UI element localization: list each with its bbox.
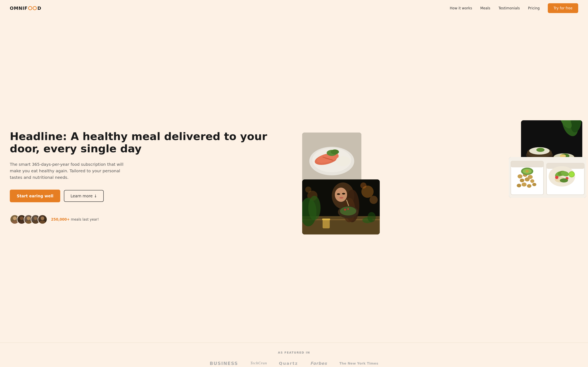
logo-text-after: D	[37, 6, 41, 11]
avatar-5	[38, 215, 47, 224]
svg-point-2	[20, 217, 24, 220]
svg-point-0	[13, 217, 17, 220]
svg-point-77	[337, 193, 340, 195]
image-collage	[302, 120, 586, 234]
svg-point-70	[308, 196, 320, 220]
logo-circle-left	[28, 6, 32, 10]
hero-images	[302, 120, 586, 234]
svg-point-40	[525, 177, 530, 182]
hero-content: Headline: A healthy meal delivered to yo…	[10, 131, 294, 224]
svg-point-86	[367, 212, 376, 222]
svg-point-56	[555, 176, 558, 179]
svg-point-76	[335, 188, 347, 202]
svg-point-9	[40, 220, 45, 224]
nav-item-how-it-works[interactable]: How it works	[450, 6, 472, 10]
svg-point-41	[530, 179, 534, 183]
nav-link-how-it-works[interactable]: How it works	[450, 6, 472, 10]
hero-section: Headline: A healthy meal delivered to yo…	[0, 16, 588, 342]
nav-link-testimonials[interactable]: Testimonials	[498, 6, 520, 10]
svg-point-44	[527, 184, 531, 188]
food-image-woman	[302, 179, 380, 234]
social-proof: 250,000+ meals last year!	[10, 215, 294, 224]
hero-description: The smart 365-days-per-year food subscri…	[10, 161, 124, 181]
svg-point-17	[536, 148, 545, 152]
svg-point-43	[522, 183, 527, 187]
food-image-salmon	[302, 133, 361, 182]
svg-point-84	[347, 208, 349, 210]
svg-point-4	[27, 217, 30, 220]
featured-logos: BUSINESS TechCrunch Quartz Forbes The Ne…	[10, 360, 578, 367]
learn-more-button[interactable]: Learn more ↓	[64, 190, 104, 202]
svg-point-66	[305, 187, 311, 193]
nav-cta-button[interactable]: Try for free	[548, 3, 578, 13]
svg-point-78	[342, 193, 345, 194]
logo-text-before: OMNIF	[10, 6, 27, 11]
nav-links: How it works Meals Testimonials Pricing …	[450, 6, 578, 10]
logo: OMNIF D	[10, 6, 42, 11]
svg-point-39	[520, 179, 524, 182]
svg-point-60	[569, 172, 574, 177]
svg-point-1	[12, 220, 17, 224]
featured-logo-3: Forbes	[310, 361, 327, 366]
start-eating-well-button[interactable]: Start earing well	[10, 190, 60, 202]
hero-buttons: Start earing well Learn more ↓	[10, 190, 294, 202]
svg-rect-72	[322, 218, 330, 220]
food-image-containers	[509, 157, 586, 198]
social-proof-suffix: meals last year!	[70, 217, 99, 221]
nav-item-pricing[interactable]: Pricing	[528, 6, 540, 10]
nav-link-pricing[interactable]: Pricing	[528, 6, 540, 10]
featured-logo-1: TechCrunch	[250, 360, 267, 367]
featured-label: AS FEATURED IN	[10, 351, 578, 354]
svg-point-3	[19, 220, 25, 224]
svg-point-5	[26, 220, 31, 224]
logo-icon	[28, 6, 37, 10]
svg-rect-71	[323, 219, 330, 228]
svg-point-63	[370, 196, 378, 204]
svg-point-42	[517, 184, 521, 187]
featured-logo-0: BUSINESS	[210, 361, 238, 366]
svg-point-64	[360, 183, 366, 189]
svg-point-32	[331, 150, 339, 154]
svg-point-6	[34, 217, 37, 220]
svg-point-48	[526, 170, 529, 173]
svg-point-83	[344, 209, 346, 211]
svg-point-8	[41, 217, 44, 220]
featured-section: AS FEATURED IN BUSINESS TechCrunch Quart…	[0, 342, 588, 367]
nav-item-testimonials[interactable]: Testimonials	[498, 6, 520, 10]
hero-title: Headline: A healthy meal delivered to yo…	[10, 131, 294, 155]
meal-count: 250,000+	[51, 217, 70, 221]
svg-point-79	[339, 197, 343, 199]
featured-logo-4: The New York Times	[339, 361, 378, 365]
navbar: OMNIF D How it works Meals Testimonials …	[0, 0, 588, 16]
svg-point-82	[340, 207, 356, 216]
logo-circle-right	[33, 6, 37, 10]
svg-point-30	[336, 156, 350, 166]
svg-point-36	[518, 174, 522, 178]
svg-text:TechCrunch: TechCrunch	[250, 361, 267, 365]
social-proof-text: 250,000+ meals last year!	[51, 217, 99, 221]
nav-link-meals[interactable]: Meals	[480, 6, 490, 10]
svg-rect-35	[511, 161, 544, 167]
avatars	[10, 215, 47, 224]
svg-point-45	[532, 183, 536, 186]
nav-cta-item[interactable]: Try for free	[548, 6, 578, 10]
svg-point-58	[560, 178, 568, 183]
featured-logo-2: Quartz	[279, 361, 298, 366]
svg-point-7	[33, 220, 38, 224]
nav-item-meals[interactable]: Meals	[480, 6, 490, 10]
